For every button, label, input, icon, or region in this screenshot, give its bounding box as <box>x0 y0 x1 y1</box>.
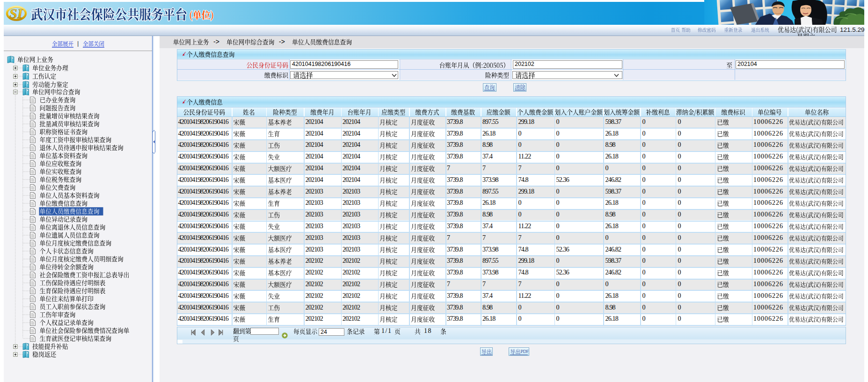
svg-text:SI: SI <box>9 6 23 21</box>
